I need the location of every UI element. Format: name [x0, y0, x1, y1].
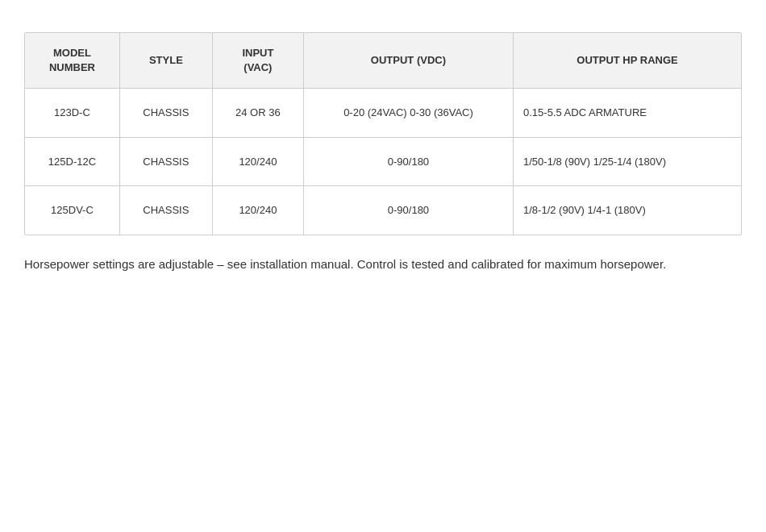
cell-input-vac: 120/240 — [212, 137, 303, 186]
cell-output-vdc: 0-90/180 — [303, 186, 513, 235]
cell-output-vdc: 0-20 (24VAC) 0-30 (36VAC) — [303, 89, 513, 138]
product-table: MODEL NUMBER STYLE INPUT (VAC) OUTPUT (V… — [25, 33, 741, 235]
cell-output-hp: 1/8-1/2 (90V) 1/4-1 (180V) — [514, 186, 741, 235]
cell-output-hp: 1/50-1/8 (90V) 1/25-1/4 (180V) — [514, 137, 741, 186]
table-header-row: MODEL NUMBER STYLE INPUT (VAC) OUTPUT (V… — [25, 33, 741, 89]
product-table-container: MODEL NUMBER STYLE INPUT (VAC) OUTPUT (V… — [24, 32, 742, 235]
cell-style: CHASSIS — [119, 89, 212, 138]
header-model-number: MODEL NUMBER — [25, 33, 119, 89]
cell-input-vac: 120/240 — [212, 186, 303, 235]
header-input-vac: INPUT (VAC) — [212, 33, 303, 89]
table-body: 123D-CCHASSIS24 OR 360-20 (24VAC) 0-30 (… — [25, 89, 741, 235]
header-style: STYLE — [119, 33, 212, 89]
cell-style: CHASSIS — [119, 137, 212, 186]
header-output-vdc: OUTPUT (VDC) — [303, 33, 513, 89]
cell-input-vac: 24 OR 36 — [212, 89, 303, 138]
cell-output-hp: 0.15-5.5 ADC ARMATURE — [514, 89, 741, 138]
cell-model-number: 125DV-C — [25, 186, 119, 235]
header-output-hp-range: OUTPUT HP RANGE — [514, 33, 741, 89]
cell-output-vdc: 0-90/180 — [303, 137, 513, 186]
table-row: 125D-12CCHASSIS120/2400-90/1801/50-1/8 (… — [25, 137, 741, 186]
cell-model-number: 123D-C — [25, 89, 119, 138]
table-row: 123D-CCHASSIS24 OR 360-20 (24VAC) 0-30 (… — [25, 89, 741, 138]
table-row: 125DV-CCHASSIS120/2400-90/1801/8-1/2 (90… — [25, 186, 741, 235]
cell-model-number: 125D-12C — [25, 137, 119, 186]
cell-style: CHASSIS — [119, 186, 212, 235]
footer-note: Horsepower settings are adjustable – see… — [24, 255, 718, 274]
